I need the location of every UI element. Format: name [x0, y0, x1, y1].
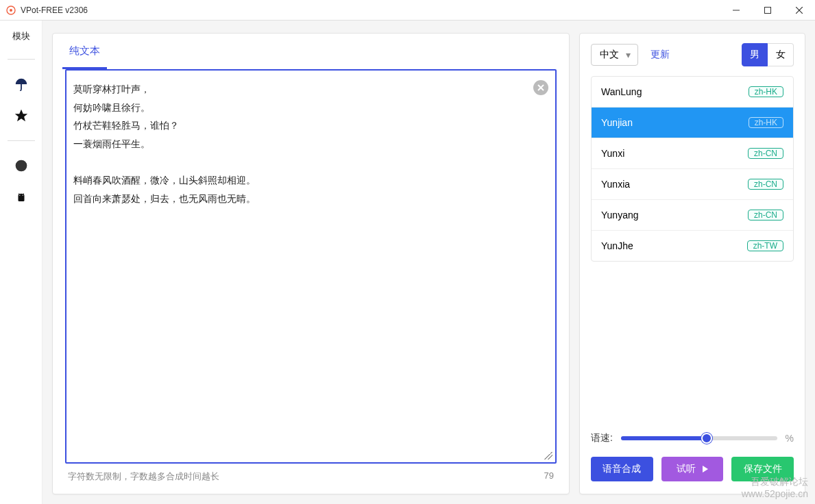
- text-input-panel: 纯文本 字符数无限制，字数越多合成时间越长 79: [52, 33, 570, 494]
- sidebar-separator: [8, 140, 35, 141]
- voice-item[interactable]: Yunxizh-CN: [592, 138, 793, 169]
- speed-slider[interactable]: [621, 436, 777, 440]
- svg-point-1: [10, 9, 12, 12]
- svg-rect-3: [765, 7, 771, 13]
- preview-button[interactable]: 试听: [661, 457, 724, 481]
- voice-name: Yunxia: [601, 179, 630, 190]
- close-button[interactable]: [783, 0, 815, 20]
- voice-name: YunJhe: [601, 240, 633, 251]
- minimize-button[interactable]: [720, 0, 752, 20]
- clear-text-button[interactable]: [533, 80, 548, 95]
- locale-badge: zh-HK: [749, 117, 783, 128]
- voice-item[interactable]: Yunjianzh-HK: [592, 108, 793, 138]
- maximize-button[interactable]: [752, 0, 783, 20]
- char-limit-hint: 字符数无限制，字数越多合成时间越长: [68, 470, 219, 483]
- synthesize-button[interactable]: 语音合成: [591, 457, 653, 481]
- voice-item[interactable]: Yunxiazh-CN: [592, 169, 793, 200]
- aperture-icon[interactable]: [13, 158, 29, 174]
- voice-name: Yunyang: [601, 210, 639, 220]
- char-count: 79: [544, 470, 554, 483]
- update-link[interactable]: 更新: [650, 49, 729, 61]
- umbrella-icon[interactable]: [13, 76, 29, 92]
- titlebar: VPot-FREE v2306: [0, 0, 815, 21]
- voice-item[interactable]: YunJhezh-TW: [592, 231, 793, 261]
- language-select[interactable]: 中文 ▾: [591, 44, 638, 66]
- chevron-down-icon: ▾: [626, 49, 631, 60]
- save-file-button[interactable]: 保存文件: [731, 457, 794, 481]
- voice-list: WanLungzh-HKYunjianzh-HKYunxizh-CNYunxia…: [591, 76, 794, 262]
- gender-toggle: 男 女: [742, 43, 794, 66]
- voice-settings-panel: 中文 ▾ 更新 男 女 WanLungzh-HKYunjianzh-HKYunx…: [579, 33, 805, 494]
- app-icon: [5, 5, 16, 16]
- language-select-value: 中文: [600, 49, 619, 61]
- speed-unit: %: [786, 433, 794, 444]
- locale-badge: zh-CN: [748, 210, 783, 220]
- locale-badge: zh-CN: [748, 148, 783, 159]
- android-icon[interactable]: [13, 189, 29, 205]
- resize-grip-icon[interactable]: [544, 451, 552, 459]
- voice-item[interactable]: WanLungzh-HK: [592, 77, 793, 108]
- voice-name: WanLung: [601, 86, 642, 97]
- voice-name: Yunjian: [601, 117, 633, 128]
- sidebar: 模块: [0, 21, 42, 504]
- speed-label: 语速:: [591, 432, 613, 444]
- sidebar-separator: [8, 59, 35, 60]
- slider-fill: [621, 436, 707, 440]
- star-icon[interactable]: [13, 108, 29, 124]
- gender-female-button[interactable]: 女: [768, 43, 794, 66]
- gender-male-button[interactable]: 男: [742, 43, 768, 66]
- locale-badge: zh-TW: [747, 240, 783, 251]
- locale-badge: zh-CN: [748, 179, 783, 190]
- text-input[interactable]: [66, 71, 555, 462]
- slider-thumb[interactable]: [701, 433, 712, 444]
- voice-name: Yunxi: [601, 148, 624, 159]
- locale-badge: zh-HK: [749, 86, 783, 97]
- preview-button-label: 试听: [677, 463, 696, 475]
- voice-item[interactable]: Yunyangzh-CN: [592, 200, 793, 231]
- window-title: VPot-FREE v2306: [21, 5, 720, 15]
- sidebar-label-modules: 模块: [12, 30, 30, 42]
- play-icon: [703, 466, 708, 473]
- tab-plain-text[interactable]: 纯文本: [62, 36, 107, 69]
